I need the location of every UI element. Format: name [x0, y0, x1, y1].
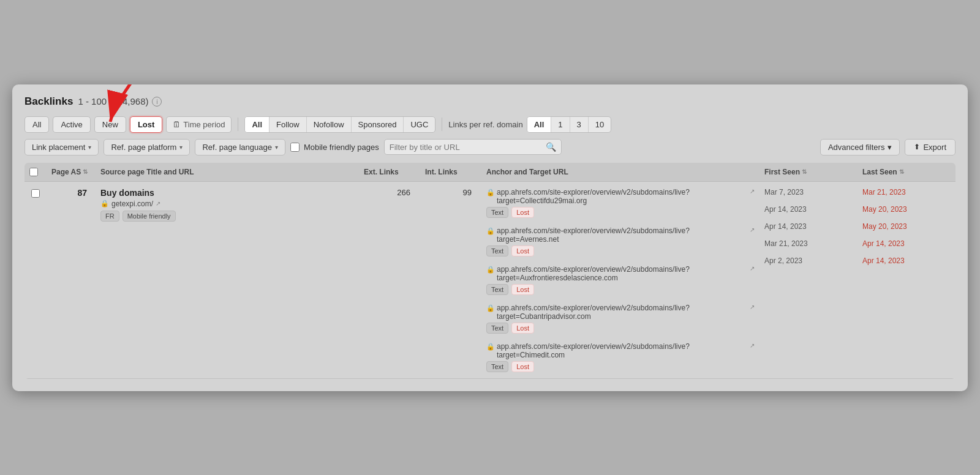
lock-icon-a4: 🔒	[486, 343, 495, 351]
main-container: Backlinks 1 - 100 (424,968) i All Active…	[12, 84, 968, 391]
export-button[interactable]: ⬆ Export	[905, 139, 956, 155]
chevron-down-icon-4: ▾	[888, 143, 892, 152]
select-all-checkbox[interactable]	[29, 168, 38, 176]
last-seen-1: May 20, 2023	[862, 205, 951, 214]
first-seen-1: Apr 14, 2023	[764, 205, 853, 214]
first-seen-dates: Mar 7, 2023 Apr 14, 2023 Apr 14, 2023 Ma…	[764, 188, 853, 265]
link-type-all-button[interactable]: All	[245, 117, 270, 132]
th-anchor: Anchor and Target URL	[481, 168, 760, 176]
last-seen-2: May 20, 2023	[862, 222, 951, 231]
lock-icon-a0: 🔒	[486, 189, 495, 196]
tag-fr: FR	[100, 211, 119, 222]
anchor-url-text-0[interactable]: app.ahrefs.com/site-explorer/overview/v2…	[497, 188, 748, 205]
th-source-page: Source page Title and URL	[96, 168, 359, 176]
status-lost-button[interactable]: Lost	[130, 116, 162, 133]
tag-text-0: Text	[486, 207, 508, 218]
row-checkbox-cell	[24, 188, 47, 198]
anchor-cell: 🔒 app.ahrefs.com/site-explorer/overview/…	[481, 188, 760, 372]
link-type-sponsored-button[interactable]: Sponsored	[352, 117, 404, 132]
links-ref-3-button[interactable]: 3	[570, 117, 589, 132]
link-type-group: All Follow Nofollow Sponsored UGC	[244, 116, 435, 133]
filter-row-1: All Active New Lost 🗓 Time period All Fo…	[24, 116, 956, 133]
anchor-url-text-1[interactable]: app.ahrefs.com/site-explorer/overview/v2…	[497, 226, 748, 244]
ext-link-icon-a1[interactable]: ↗	[750, 226, 755, 233]
anchor-section: 🔒 app.ahrefs.com/site-explorer/overview/…	[486, 188, 755, 372]
th-last-seen: Last Seen ⇅	[858, 168, 956, 176]
info-icon[interactable]: i	[152, 97, 162, 107]
ext-links-cell: 266	[359, 188, 420, 197]
ext-link-icon-a2[interactable]: ↗	[750, 265, 755, 272]
external-link-icon[interactable]: ↗	[156, 200, 160, 207]
ref-page-platform-dropdown[interactable]: Ref. page platform ▾	[104, 139, 190, 155]
chevron-down-icon: ▾	[88, 144, 91, 151]
links-per-ref-label: Links per ref. domain	[448, 120, 522, 129]
anchor-url-text-2[interactable]: app.ahrefs.com/site-explorer/overview/v2…	[497, 265, 748, 282]
lock-icon-a3: 🔒	[486, 304, 495, 312]
source-url-text[interactable]: getexpi.com/	[111, 200, 153, 208]
lock-icon: 🔒	[100, 200, 109, 208]
anchor-url-2: 🔒 app.ahrefs.com/site-explorer/overview/…	[486, 265, 755, 282]
sort-last-seen-icon[interactable]: ⇅	[899, 168, 904, 175]
status-all-button[interactable]: All	[24, 116, 49, 133]
links-ref-1-button[interactable]: 1	[551, 117, 570, 132]
backlinks-table: Page AS ⇅ Source page Title and URL Ext.…	[24, 163, 956, 379]
status-active-button[interactable]: Active	[53, 116, 90, 133]
first-seen-3: Mar 21, 2023	[764, 239, 853, 248]
filter-search-box[interactable]: 🔍	[384, 139, 562, 155]
row-checkbox[interactable]	[31, 189, 40, 198]
sort-page-as-icon[interactable]: ⇅	[83, 168, 88, 175]
th-page-as-label: Page AS	[51, 168, 81, 176]
link-type-ugc-button[interactable]: UGC	[404, 117, 435, 132]
tag-text-1: Text	[486, 245, 508, 256]
th-anchor-label: Anchor and Target URL	[486, 168, 568, 176]
header-row: Backlinks 1 - 100 (424,968) i	[24, 95, 956, 108]
ref-page-platform-label: Ref. page platform	[111, 143, 176, 152]
advanced-filters-button[interactable]: Advanced filters ▾	[820, 139, 900, 155]
source-url: 🔒 getexpi.com/ ↗	[100, 200, 354, 208]
anchor-tags-1: Text Lost	[486, 245, 755, 256]
links-ref-all-button[interactable]: All	[527, 117, 552, 132]
link-type-follow-button[interactable]: Follow	[270, 117, 307, 132]
link-placement-dropdown[interactable]: Link placement ▾	[24, 139, 99, 155]
mobile-friendly-checkbox-label[interactable]: Mobile friendly pages	[290, 143, 379, 152]
th-source-page-label: Source page Title and URL	[100, 168, 194, 176]
filter-row-2: Link placement ▾ Ref. page platform ▾ Re…	[24, 139, 956, 155]
ref-page-language-dropdown[interactable]: Ref. page language ▾	[195, 139, 285, 155]
divider2	[442, 118, 442, 131]
ext-link-icon-a3[interactable]: ↗	[750, 304, 755, 310]
ext-link-icon-a4[interactable]: ↗	[750, 342, 755, 349]
int-links-value: 99	[463, 188, 472, 197]
divider	[238, 118, 238, 131]
first-seen-cell: Mar 7, 2023 Apr 14, 2023 Apr 14, 2023 Ma…	[760, 188, 858, 265]
anchor-url-text-3[interactable]: app.ahrefs.com/site-explorer/overview/v2…	[497, 304, 748, 321]
link-type-nofollow-button[interactable]: Nofollow	[307, 117, 352, 132]
anchor-url-0: 🔒 app.ahrefs.com/site-explorer/overview/…	[486, 188, 755, 205]
last-seen-0: Mar 21, 2023	[862, 188, 951, 196]
time-period-label: Time period	[183, 120, 225, 129]
calendar-icon: 🗓	[173, 120, 181, 129]
advanced-filters-label: Advanced filters	[828, 143, 885, 152]
anchor-entry-2: 🔒 app.ahrefs.com/site-explorer/overview/…	[486, 265, 755, 295]
mobile-friendly-text: Mobile friendly pages	[304, 143, 379, 152]
th-ext-links-label: Ext. Links	[364, 168, 399, 176]
source-tags-row: FR Mobile friendly	[100, 211, 354, 222]
tag-lost-1: Lost	[511, 245, 534, 256]
th-last-seen-label: Last Seen	[862, 168, 897, 176]
sort-first-seen-icon[interactable]: ⇅	[802, 168, 807, 175]
export-up-icon: ⬆	[914, 143, 920, 151]
th-ext-links: Ext. Links	[359, 168, 420, 176]
anchor-url-text-4[interactable]: app.ahrefs.com/site-explorer/overview/v2…	[497, 342, 748, 359]
time-period-button[interactable]: 🗓 Time period	[166, 116, 232, 133]
search-input[interactable]	[390, 143, 546, 152]
th-int-links: Int. Links	[420, 168, 481, 176]
backlinks-count: 1 - 100 (424,968)	[78, 96, 148, 107]
anchor-entry-0: 🔒 app.ahrefs.com/site-explorer/overview/…	[486, 188, 755, 218]
status-new-button[interactable]: New	[94, 116, 126, 133]
tag-lost-2: Lost	[511, 284, 534, 295]
anchor-tags-4: Text Lost	[486, 361, 755, 372]
mobile-friendly-checkbox[interactable]	[290, 143, 300, 152]
source-title: Buy domains	[100, 188, 354, 198]
links-ref-10-button[interactable]: 10	[589, 117, 611, 132]
th-page-as: Page AS ⇅	[47, 168, 96, 176]
ext-link-icon-a0[interactable]: ↗	[750, 188, 755, 195]
